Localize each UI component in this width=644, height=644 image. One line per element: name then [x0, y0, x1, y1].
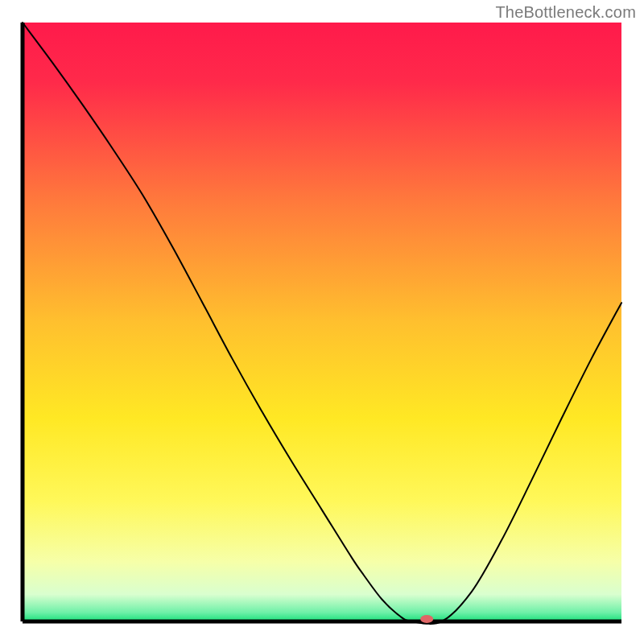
bottleneck-chart: TheBottleneck.com — [0, 0, 644, 644]
watermark-text: TheBottleneck.com — [495, 3, 636, 22]
optimal-marker — [420, 615, 433, 623]
gradient-background — [23, 23, 621, 621]
chart-svg — [0, 0, 644, 644]
